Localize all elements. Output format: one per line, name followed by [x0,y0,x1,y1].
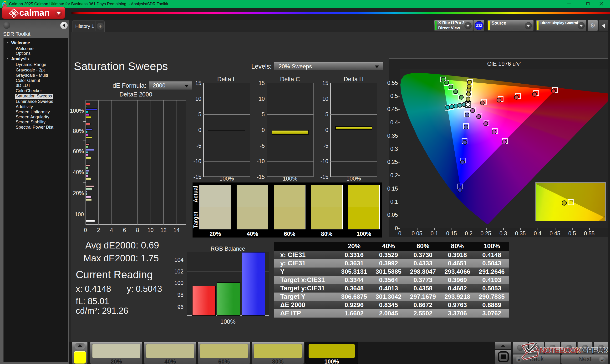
svg-text:NOTEBOOK: NOTEBOOK [539,346,581,355]
svg-text:CHECK: CHECK [582,346,609,355]
